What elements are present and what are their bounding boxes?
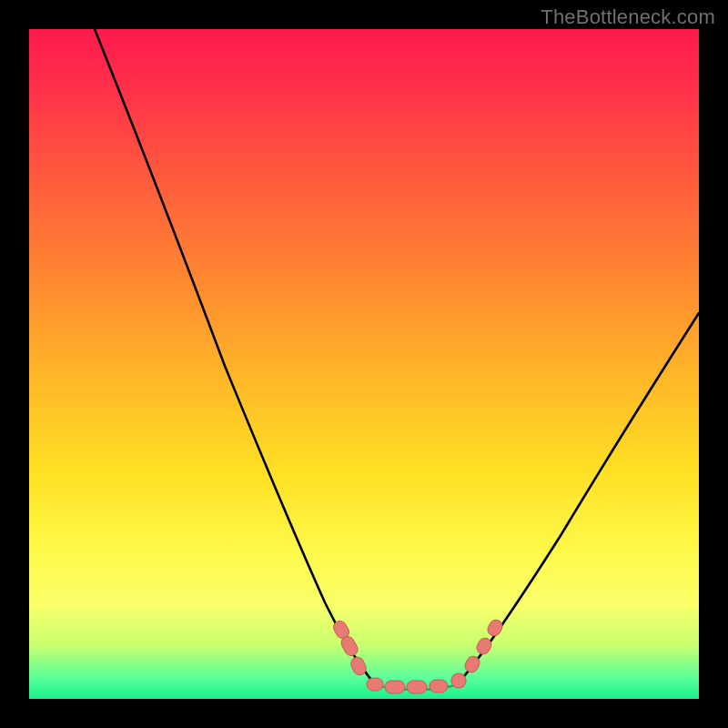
marker-point — [407, 681, 427, 693]
curve-svg — [29, 29, 699, 699]
markers-group — [331, 618, 505, 693]
marker-point — [430, 680, 448, 693]
curve-left — [95, 29, 375, 684]
plot-area — [29, 29, 699, 699]
marker-point — [367, 678, 383, 691]
marker-point — [485, 618, 504, 639]
watermark-text: TheBottleneck.com — [541, 5, 715, 29]
chart-frame: TheBottleneck.com — [0, 0, 728, 728]
marker-point — [385, 681, 405, 693]
